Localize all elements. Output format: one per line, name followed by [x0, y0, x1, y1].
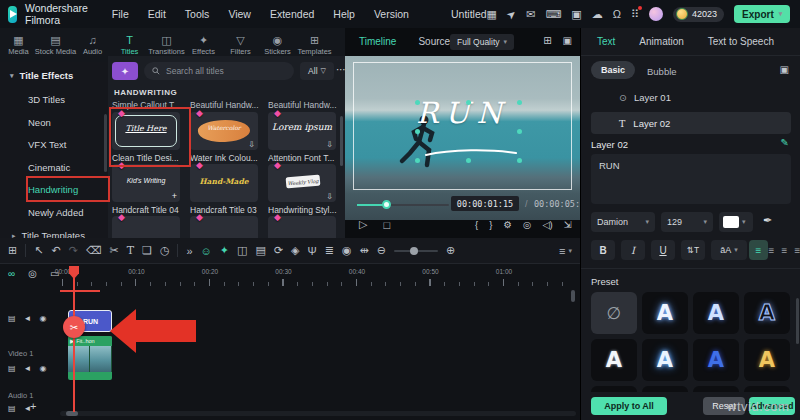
menu-edit[interactable]: Edit [148, 8, 166, 20]
tab-transitions[interactable]: ◫Transitions [148, 35, 185, 56]
menu-file[interactable]: File [112, 8, 129, 20]
auto-ripple-icon[interactable]: ⇹ [360, 244, 369, 257]
menu-view[interactable]: View [228, 8, 251, 20]
tab-stickers[interactable]: ◉Stickers [259, 35, 296, 56]
cloud-upload-icon[interactable]: ☁ [592, 8, 603, 21]
folder-icon[interactable]: ▤ [8, 364, 16, 373]
font-color-swatch[interactable]: ▾ [719, 212, 753, 232]
timeline-ruler[interactable]: 00:0000:1000:2000:3000:4000:5001:00 [62, 266, 576, 286]
layer-row-1[interactable]: ⊙ Layer 01 [619, 92, 671, 103]
emoji-tool-icon[interactable]: ☺ [201, 245, 212, 257]
delete-icon[interactable]: ⌫ [86, 244, 102, 257]
inspector-tab-text-to-speech[interactable]: Text to Speech [708, 36, 774, 47]
title-item-thumb[interactable]: Watercolor◆⇩ [190, 112, 258, 150]
zoom-in-icon[interactable]: ⊕ [446, 244, 455, 257]
tab-effects[interactable]: ✦Effects [185, 35, 222, 56]
underline-button[interactable]: U [651, 240, 675, 260]
sidebar-item-cinematic[interactable]: Cinematic [28, 162, 70, 173]
support-icon[interactable]: Ω [613, 8, 621, 21]
add-icon[interactable]: + [172, 191, 177, 201]
inspector-tab-animation[interactable]: Animation [639, 36, 683, 47]
download-icon[interactable]: ⇩ [248, 140, 255, 149]
gift-icon[interactable]: ▦ [487, 8, 497, 21]
tab-audio[interactable]: ♫Audio [74, 35, 111, 56]
panel-grid-icon[interactable]: ⊞ [8, 244, 17, 257]
title-item-thumb[interactable]: Kid's Writing◆+ [112, 164, 180, 202]
render-settings-icon[interactable]: ⚙ [503, 219, 512, 230]
sidebar-item-vfx-text[interactable]: VFX Text [28, 139, 66, 150]
selection-handle[interactable] [415, 158, 420, 163]
selection-handle[interactable] [517, 158, 522, 163]
sidebar-group-title-effects[interactable]: ▾ Title Effects [10, 70, 73, 81]
ai-write-icon[interactable]: ✎ [781, 137, 789, 148]
selection-handle[interactable] [517, 129, 522, 134]
mute-preview-icon[interactable]: ◁) [542, 219, 552, 230]
inspector-tab-text[interactable]: Text [597, 36, 615, 47]
fullscreen-icon[interactable]: ⇲ [564, 219, 572, 230]
split-screen-icon[interactable]: ◫ [237, 244, 247, 257]
play-icon[interactable]: ▷ [359, 218, 367, 231]
apply-to-all-button[interactable]: Apply to All [591, 397, 667, 415]
screen-record-icon[interactable]: ◉ [342, 244, 352, 257]
menu-extended[interactable]: Extended [270, 8, 314, 20]
title-item-thumb[interactable]: ◆ [190, 216, 258, 238]
preview-tab-source[interactable]: Source [418, 36, 450, 47]
audio-mixer-icon[interactable]: ≣ [325, 244, 334, 257]
preview-scrubber[interactable] [357, 204, 449, 206]
my-assets-button[interactable]: ✦ [112, 62, 138, 80]
redo-icon[interactable]: ↷ [69, 244, 78, 257]
selection-handle[interactable] [415, 129, 420, 134]
title-item-thumb[interactable]: Lorem ipsum◆⇩ [268, 112, 336, 150]
selection-handle[interactable] [415, 100, 420, 105]
title-item-thumb[interactable]: Hand-Made◆ [190, 164, 258, 202]
download-icon[interactable]: ⇩ [326, 192, 333, 201]
shield-icon[interactable]: ◈ [291, 244, 299, 257]
bold-button[interactable]: B [591, 240, 615, 260]
eyedropper-icon[interactable]: ✒ [763, 214, 772, 227]
selection-handle[interactable] [517, 100, 522, 105]
inspector-scrollbar[interactable] [796, 298, 799, 344]
device-icon[interactable]: ⌨ [545, 8, 561, 21]
mark-out-icon[interactable]: } [489, 219, 492, 230]
mark-in-icon[interactable]: { [475, 219, 478, 230]
scrubber-knob[interactable] [382, 200, 391, 209]
tab-titles[interactable]: TTitles [111, 35, 148, 56]
vertical-text-button[interactable]: ⇅T [681, 240, 705, 260]
avatar[interactable] [649, 7, 663, 21]
split-scissors-icon[interactable]: ✂ [109, 244, 118, 257]
preset-gold[interactable]: A [744, 339, 790, 381]
menu-tools[interactable]: Tools [185, 8, 210, 20]
more-tools-icon[interactable]: » [186, 245, 192, 257]
timeline-vscrollbar[interactable] [571, 290, 575, 302]
preset-neon-outline[interactable]: A [744, 292, 790, 334]
zoom-slider[interactable] [394, 250, 438, 252]
reverse-icon[interactable]: ⟳ [274, 244, 283, 257]
export-button[interactable]: Export ▾ [734, 5, 790, 23]
timeline-hscrollbar[interactable] [60, 411, 576, 416]
tab-bubble[interactable]: Bubble [647, 66, 677, 77]
filter-all-button[interactable]: All ▽ [300, 62, 334, 80]
save-preset-icon[interactable]: ▣ [780, 64, 789, 75]
preset-blue-bold[interactable]: A [693, 339, 739, 381]
save-icon[interactable]: ▣ [571, 8, 581, 21]
download-icon[interactable]: ⇩ [326, 140, 333, 149]
hide-track-icon[interactable]: ◉ [39, 364, 46, 373]
italic-button[interactable]: I [621, 240, 645, 260]
preset-none[interactable]: ∅ [591, 292, 637, 334]
apps-grid-icon[interactable]: ⠿ [631, 8, 639, 21]
text-tool-icon[interactable]: T [127, 244, 134, 257]
selection-handles[interactable] [417, 102, 519, 160]
menu-version[interactable]: Version [374, 8, 409, 20]
preset-neon-pale[interactable]: A [693, 292, 739, 334]
add-track-button[interactable]: + [30, 400, 36, 412]
effects-quick-icon[interactable]: ✦ [220, 244, 229, 257]
folder-icon[interactable]: ▤ [8, 314, 16, 323]
snapshot-frame-icon[interactable]: ▣ [563, 35, 572, 46]
undo-icon[interactable]: ↶ [51, 244, 60, 257]
frame-grab-icon[interactable]: ▤ [255, 244, 265, 257]
sidebar-scrollbar[interactable] [104, 114, 107, 172]
keyframe-icon[interactable]: ◎ [28, 268, 37, 279]
track-manage-icon[interactable]: ≡▾ [559, 245, 572, 257]
mute-track-icon[interactable]: ◄ [24, 364, 32, 373]
voiceover-mic-icon[interactable]: Ψ [308, 245, 317, 257]
